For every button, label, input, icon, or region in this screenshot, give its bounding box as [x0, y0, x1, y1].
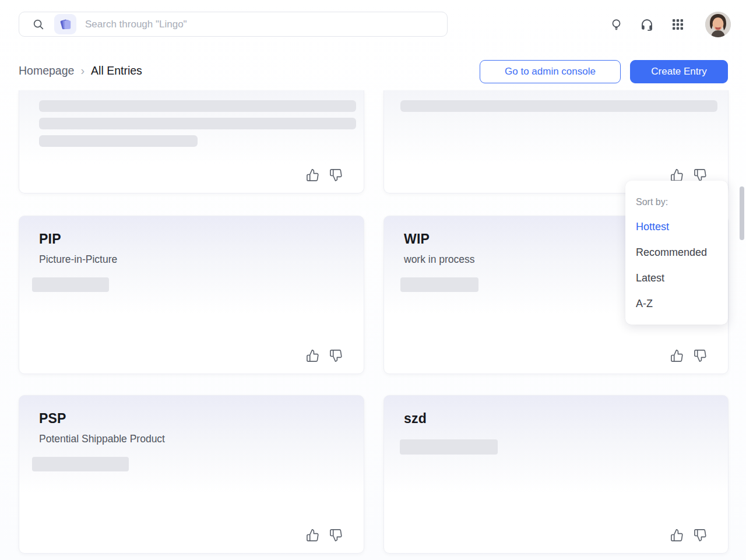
lingo-card-stack-icon [54, 14, 76, 34]
headset-icon[interactable] [640, 17, 654, 31]
thumbs-down-icon[interactable] [694, 529, 707, 542]
thumbs-up-icon[interactable] [306, 529, 319, 542]
thumbs-down-icon[interactable] [329, 349, 343, 362]
vote-buttons [670, 349, 707, 362]
search-input[interactable] [84, 18, 439, 31]
chevron-right-icon: › [80, 65, 85, 78]
thumbs-down-icon[interactable] [329, 529, 343, 542]
breadcrumb-all-entries: All Entries [91, 64, 142, 78]
search-bar[interactable] [19, 12, 448, 37]
skeleton-line [32, 457, 129, 471]
entry-card-pip[interactable]: PIP Picture-in-Picture [19, 216, 364, 374]
entry-title: szd [404, 411, 427, 427]
sort-option-recommended[interactable]: Recommended [636, 246, 717, 259]
skeleton-line [39, 135, 198, 147]
vote-buttons [306, 349, 343, 362]
skeleton-line [400, 439, 498, 455]
skeleton-line [400, 100, 717, 112]
lightbulb-icon[interactable] [609, 17, 623, 31]
search-icon [32, 18, 45, 31]
skeleton-line [39, 118, 356, 129]
sort-option-a-z[interactable]: A-Z [636, 298, 717, 310]
entry-subtitle: Potential Shippable Product [39, 433, 165, 445]
sort-menu-label: Sort by: [636, 196, 717, 207]
vote-buttons [306, 168, 343, 182]
thumbs-down-icon[interactable] [694, 168, 707, 182]
thumbs-up-icon[interactable] [670, 349, 684, 362]
entry-title: PIP [39, 231, 61, 247]
lingo-app: Homepage › All Entries Go to admin conso… [0, 0, 746, 560]
entry-card-psp[interactable]: PSP Potential Shippable Product [19, 395, 364, 554]
topbar-actions [609, 11, 731, 38]
sort-menu: Sort by: Hottest Recommended Latest A-Z [625, 181, 728, 325]
vote-buttons [306, 529, 343, 542]
go-to-admin-console-button[interactable]: Go to admin console [480, 60, 621, 83]
apps-grid-icon[interactable] [671, 17, 685, 31]
breadcrumb-homepage[interactable]: Homepage [19, 64, 74, 78]
entry-subtitle: work in process [404, 253, 475, 266]
sort-option-latest[interactable]: Latest [636, 272, 717, 284]
breadcrumb: Homepage › All Entries [19, 64, 142, 78]
entry-card[interactable] [19, 90, 364, 193]
thumbs-up-icon[interactable] [306, 349, 319, 362]
skeleton-line [32, 277, 109, 292]
thumbs-down-icon[interactable] [329, 168, 343, 182]
thumbs-up-icon[interactable] [670, 529, 684, 542]
sort-option-hottest[interactable]: Hottest [636, 221, 717, 233]
thumbs-up-icon[interactable] [670, 168, 684, 182]
skeleton-line [39, 100, 356, 112]
user-avatar[interactable] [705, 12, 731, 37]
entry-card-szd[interactable]: szd [383, 395, 729, 554]
thumbs-down-icon[interactable] [694, 349, 707, 362]
create-entry-button[interactable]: Create Entry [630, 60, 728, 83]
vote-buttons [670, 529, 707, 542]
thumbs-up-icon[interactable] [306, 168, 319, 182]
entry-subtitle: Picture-in-Picture [39, 253, 117, 266]
entry-card[interactable] [383, 90, 729, 193]
skeleton-line [400, 277, 478, 292]
entry-title: PSP [39, 411, 66, 427]
scrollbar-thumb[interactable] [740, 186, 744, 240]
entry-title: WIP [404, 231, 430, 247]
vote-buttons [670, 168, 707, 182]
